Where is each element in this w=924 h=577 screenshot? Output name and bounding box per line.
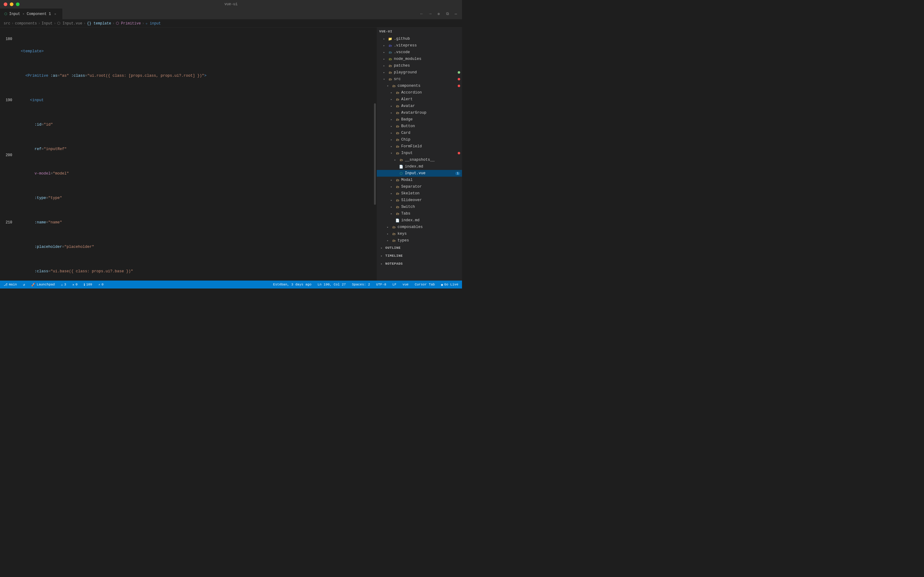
tree-item-playground[interactable]: 🗁 playground <box>377 69 462 76</box>
maximize-button[interactable] <box>16 2 19 6</box>
tree-item-formfield[interactable]: 🗁 FormField <box>377 143 462 150</box>
code-line-template-open: <template> <box>16 48 377 55</box>
status-port[interactable]: ⚡ 0 <box>97 280 105 288</box>
ln-blank24 <box>0 189 12 195</box>
tab-input-component[interactable]: ⬡ Input - Component 1 ✕ <box>0 8 62 19</box>
folder-icon-playground: 🗁 <box>388 70 393 75</box>
breadcrumb-template[interactable]: {} template <box>87 21 111 26</box>
close-button[interactable] <box>4 2 7 6</box>
tab-bar: ⬡ Input - Component 1 ✕ ← → ⊕ ⧉ ⋯ <box>0 8 462 19</box>
status-language-label: vue <box>402 283 409 286</box>
go-forward-button[interactable]: → <box>427 11 434 17</box>
tree-item-accordion[interactable]: 🗁 Accordion <box>377 89 462 96</box>
status-launchpad[interactable]: 🚀 Launchpad <box>30 280 56 288</box>
breadcrumb-input-folder[interactable]: Input <box>42 21 53 26</box>
tree-item-snapshots[interactable]: 🗁 __snapshots__ <box>377 156 462 163</box>
tree-item-badge[interactable]: 🗁 Badge <box>377 116 462 123</box>
tree-item-alert[interactable]: 🗁 Alert <box>377 96 462 103</box>
ln-210: 210 <box>0 219 12 226</box>
tree-item-types[interactable]: 🗁 types <box>377 237 462 244</box>
tree-item-input-vue[interactable]: ⬡ Input.vue 1 <box>377 170 462 177</box>
status-cursor-style[interactable]: Cursor Tab <box>414 280 436 288</box>
status-language[interactable]: vue <box>401 280 410 288</box>
folder-icon-formfield: 🗁 <box>395 144 400 149</box>
tree-item-switch[interactable]: 🗁 Switch <box>377 203 462 210</box>
section-outline[interactable]: OUTLINE <box>377 244 462 252</box>
tree-item-src[interactable]: 🗁 src <box>377 76 462 82</box>
tree-item-separator[interactable]: 🗁 Separator <box>377 184 462 190</box>
explorer-header: VUE-UI <box>377 27 462 35</box>
status-line-ending[interactable]: LF <box>391 280 398 288</box>
folder-icon-button: 🗁 <box>395 124 400 129</box>
tree-item-vscode[interactable]: 🗁 .vscode <box>377 49 462 56</box>
tree-item-chip[interactable]: 🗁 Chip <box>377 136 462 143</box>
breadcrumb-components[interactable]: components <box>15 21 37 26</box>
section-notepads[interactable]: NOTEPADS <box>377 260 462 268</box>
tree-item-avatar[interactable]: 🗁 Avatar <box>377 103 462 110</box>
ln-200: 200 <box>0 152 12 158</box>
tree-item-patches[interactable]: 🗁 patches <box>377 62 462 69</box>
status-position[interactable]: Ln 190, Col 27 <box>316 280 347 288</box>
folder-icon-input: 🗁 <box>395 151 400 156</box>
status-warnings[interactable]: ⚠ 3 <box>60 280 67 288</box>
status-spaces[interactable]: Spaces: 2 <box>351 280 371 288</box>
status-info[interactable]: ℹ 109 <box>82 280 93 288</box>
tree-item-vitepress[interactable]: 🗁 .vitepress <box>377 42 462 49</box>
breadcrumb-src[interactable]: src <box>4 21 10 26</box>
go-to-symbol-button[interactable]: ⊕ <box>435 11 443 17</box>
tree-item-index-md[interactable]: 📄 index.md <box>377 163 462 170</box>
breadcrumb-input-vue[interactable]: ⬡ Input.vue <box>57 21 82 26</box>
breadcrumb-primitive[interactable]: ⬡ Primitive <box>116 21 141 26</box>
tree-label-formfield: FormField <box>401 144 422 148</box>
code-line-id: :id="id" <box>16 122 377 128</box>
status-branch-label: main <box>9 283 17 286</box>
ln-blank27 <box>0 207 12 213</box>
tree-item-slideover[interactable]: 🗁 Slideover <box>377 197 462 203</box>
tree-item-card[interactable]: 🗁 Card <box>377 130 462 136</box>
more-actions-button[interactable]: ⋯ <box>452 11 460 17</box>
section-timeline[interactable]: TIMELINE <box>377 252 462 260</box>
tree-item-index-md-comp[interactable]: 📄 index.md <box>377 217 462 224</box>
tree-item-input[interactable]: 🗁 Input <box>377 150 462 156</box>
tree-arrow-github <box>382 36 386 41</box>
status-sync[interactable]: ↺ <box>22 280 26 288</box>
code-line-vmodel: v-model="model" <box>16 171 377 177</box>
tree-label-input: Input <box>401 151 413 155</box>
status-errors[interactable]: ✕ 0 <box>71 280 79 288</box>
warning-icon: ⚠ <box>61 283 63 287</box>
folder-icon-components: 🗁 <box>391 84 396 88</box>
tree-label-composables: composables <box>398 225 423 229</box>
status-git-author[interactable]: Estéban, 3 days ago <box>272 280 312 288</box>
tree-label-types: types <box>398 239 409 243</box>
folder-icon-alert: 🗁 <box>395 97 400 102</box>
status-position-label: Ln 190, Col 27 <box>317 283 346 286</box>
status-warnings-count: 3 <box>64 283 66 286</box>
status-branch[interactable]: ⎇ main <box>2 280 18 288</box>
tree-item-skeleton[interactable]: 🗁 Skeleton <box>377 190 462 197</box>
split-editor-button[interactable]: ⧉ <box>444 11 451 17</box>
folder-icon-badge: 🗁 <box>395 117 400 122</box>
scrollbar-thumb[interactable] <box>374 103 376 205</box>
folder-icon-keys: 🗁 <box>391 231 396 236</box>
ln-blank22 <box>0 177 12 183</box>
tree-item-components[interactable]: 🗁 components <box>377 82 462 89</box>
tree-arrow-avatar <box>389 103 394 108</box>
tree-item-avatar-group[interactable]: 🗁 AvatarGroup <box>377 110 462 116</box>
tree-item-composables[interactable]: 🗁 composables <box>377 224 462 230</box>
breadcrumb-input-tag[interactable]: ⬦ input <box>145 21 161 26</box>
vue-icon: ⬡ <box>4 12 7 16</box>
tree-item-keys[interactable]: 🗁 keys <box>377 230 462 237</box>
tree-item-button[interactable]: 🗁 Button <box>377 123 462 130</box>
go-back-button[interactable]: ← <box>418 11 425 17</box>
code-editor[interactable]: 180 190 <box>0 27 377 280</box>
tab-close-button[interactable]: ✕ <box>53 11 58 16</box>
badge-input-vue: 1 <box>455 172 460 175</box>
tree-item-node-modules[interactable]: 🗁 node_modules <box>377 56 462 62</box>
tree-item-modal[interactable]: 🗁 Modal <box>377 177 462 184</box>
tree-item-tabs[interactable]: 🗁 Tabs <box>377 210 462 217</box>
status-go-live[interactable]: ◉ Go Live <box>440 280 460 288</box>
status-encoding[interactable]: UTF-8 <box>375 280 388 288</box>
tree-label-badge: Badge <box>401 118 413 122</box>
tree-item-github[interactable]: 📁 .github <box>377 35 462 42</box>
minimize-button[interactable] <box>10 2 13 6</box>
